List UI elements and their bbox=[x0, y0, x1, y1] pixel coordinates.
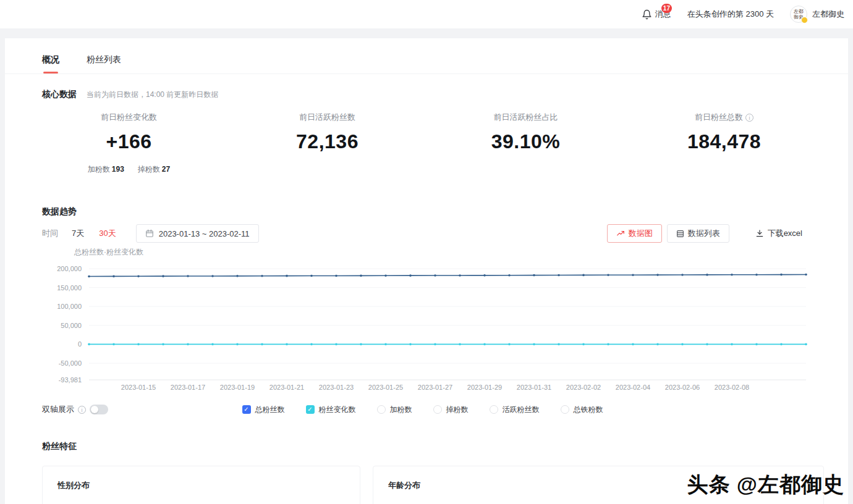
legend-item-0[interactable]: ✓总粉丝数 bbox=[242, 405, 285, 415]
core-data-note: 当前为前日数据，14:00 前更新昨日数据 bbox=[87, 90, 218, 100]
legend-item-2[interactable]: 加粉数 bbox=[377, 405, 412, 415]
trend-chart-svg: 200,000150,000100,00050,0000-50,000-93,9… bbox=[37, 258, 822, 393]
avatar: 左都御史 bbox=[790, 6, 807, 23]
svg-text:2023-02-08: 2023-02-08 bbox=[715, 384, 749, 391]
stat-active-ratio: 前日活跃粉丝占比 39.10% bbox=[426, 111, 625, 175]
time-label: 时间 bbox=[42, 228, 58, 239]
bell-icon bbox=[642, 9, 652, 20]
legend-item-label: 加粉数 bbox=[390, 405, 412, 415]
list-icon bbox=[676, 230, 684, 238]
data-chart-button[interactable]: 数据图 bbox=[607, 224, 662, 243]
stat-loss-value: 27 bbox=[162, 165, 170, 174]
svg-text:2023-01-21: 2023-01-21 bbox=[269, 384, 304, 391]
stat-active-ratio-label: 前日活跃粉丝占比 bbox=[494, 112, 558, 123]
legend-item-4[interactable]: 活跃粉丝数 bbox=[490, 405, 540, 415]
legend-item-label: 活跃粉丝数 bbox=[503, 405, 540, 415]
tabs-bar: 概况 粉丝列表 bbox=[5, 49, 848, 74]
data-chart-button-label: 数据图 bbox=[629, 228, 653, 239]
trend-chart[interactable]: 200,000150,000100,00050,0000-50,000-93,9… bbox=[37, 258, 822, 393]
svg-text:-50,000: -50,000 bbox=[59, 359, 82, 367]
unchecked-checkbox-icon[interactable] bbox=[490, 405, 498, 414]
svg-text:50,000: 50,000 bbox=[61, 322, 82, 329]
download-excel-label: 下载excel bbox=[768, 228, 802, 239]
svg-text:2023-01-27: 2023-01-27 bbox=[418, 384, 452, 391]
svg-text:150,000: 150,000 bbox=[57, 284, 82, 292]
calendar-icon bbox=[145, 229, 154, 238]
svg-text:2023-02-06: 2023-02-06 bbox=[665, 384, 700, 391]
checked-checkbox-icon[interactable]: ✓ bbox=[306, 405, 315, 414]
svg-text:2023-01-29: 2023-01-29 bbox=[467, 384, 502, 391]
stat-active-ratio-value: 39.10% bbox=[426, 130, 625, 153]
download-icon bbox=[755, 229, 764, 238]
data-list-button-label: 数据列表 bbox=[688, 228, 720, 239]
chart-legend: ✓总粉丝数✓粉丝变化数加粉数掉粉数活跃粉丝数总铁粉数 bbox=[108, 405, 737, 415]
svg-text:2023-01-23: 2023-01-23 bbox=[319, 384, 354, 391]
svg-text:2023-02-04: 2023-02-04 bbox=[616, 384, 650, 391]
line-chart-icon bbox=[616, 229, 625, 238]
legend-item-1[interactable]: ✓粉丝变化数 bbox=[306, 405, 356, 415]
trend-title: 数据趋势 bbox=[42, 206, 77, 217]
date-range-picker[interactable]: 2023-01-13 ~ 2023-02-11 bbox=[136, 224, 259, 243]
svg-text:2023-01-15: 2023-01-15 bbox=[121, 384, 156, 391]
legend-item-3[interactable]: 掉粉数 bbox=[433, 405, 469, 415]
svg-text:200,000: 200,000 bbox=[57, 265, 82, 272]
avatar-level-badge bbox=[801, 17, 808, 23]
stat-active-fans: 前日活跃粉丝数 72,136 bbox=[228, 111, 426, 175]
svg-text:2023-01-17: 2023-01-17 bbox=[171, 384, 205, 391]
stat-fan-change-label: 前日粉丝变化数 bbox=[101, 112, 157, 123]
info-icon[interactable]: i bbox=[745, 114, 753, 122]
legend-item-label: 掉粉数 bbox=[446, 405, 469, 415]
chart-legend-row: 双轴展示 i ✓总粉丝数✓粉丝变化数加粉数掉粉数活跃粉丝数总铁粉数 bbox=[42, 401, 811, 418]
tab-fans-list[interactable]: 粉丝列表 bbox=[87, 49, 121, 74]
trend-controls: 时间 7天 30天 2023-01-13 ~ 2023-02-11 数据图 数据… bbox=[42, 224, 811, 243]
messages-button[interactable]: 消息 17 bbox=[642, 9, 671, 20]
checked-checkbox-icon[interactable]: ✓ bbox=[242, 405, 251, 414]
svg-text:2023-01-19: 2023-01-19 bbox=[220, 384, 255, 391]
stat-gain-value: 193 bbox=[112, 165, 124, 174]
dual-axis-label: 双轴展示 bbox=[42, 404, 74, 415]
svg-text:2023-01-31: 2023-01-31 bbox=[517, 384, 551, 391]
creation-day-counter: 在头条创作的第 2300 天 bbox=[687, 9, 774, 20]
unchecked-checkbox-icon[interactable] bbox=[377, 405, 386, 414]
username: 左都御史 bbox=[812, 9, 844, 20]
chart-series-subtitle: 总粉丝数·粉丝变化数 bbox=[74, 247, 143, 258]
download-excel-button[interactable]: 下载excel bbox=[747, 224, 811, 243]
tab-overview[interactable]: 概况 bbox=[42, 49, 59, 74]
dual-axis-info-icon[interactable]: i bbox=[78, 406, 86, 414]
stat-loss-label: 掉粉数 bbox=[138, 165, 160, 174]
gender-distribution-title: 性别分布 bbox=[43, 466, 360, 491]
unchecked-checkbox-icon[interactable] bbox=[433, 405, 442, 414]
watermark: 头条 @左都御史 bbox=[687, 471, 844, 499]
user-menu[interactable]: 左都御史 左都御史 bbox=[790, 6, 844, 23]
top-bar: 消息 17 在头条创作的第 2300 天 左都御史 左都御史 bbox=[0, 0, 853, 28]
main-content-card: 概况 粉丝列表 核心数据 当前为前日数据，14:00 前更新昨日数据 前日粉丝变… bbox=[5, 38, 848, 504]
stat-total-fans-label: 前日粉丝总数 bbox=[695, 112, 743, 123]
stat-fan-change: 前日粉丝变化数 +166 加粉数193 掉粉数27 bbox=[30, 111, 228, 175]
stat-total-fans-value: 184,478 bbox=[625, 130, 823, 153]
messages-badge: 17 bbox=[661, 4, 672, 13]
data-list-button[interactable]: 数据列表 bbox=[667, 224, 729, 243]
svg-text:100,000: 100,000 bbox=[57, 303, 82, 310]
legend-item-label: 总铁粉数 bbox=[574, 405, 603, 415]
range-7d-button[interactable]: 7天 bbox=[72, 228, 84, 239]
svg-text:2023-02-02: 2023-02-02 bbox=[566, 384, 601, 391]
legend-item-label: 总粉丝数 bbox=[255, 405, 285, 415]
unchecked-checkbox-icon[interactable] bbox=[561, 405, 569, 414]
stat-fan-change-value: +166 bbox=[30, 130, 228, 153]
legend-item-label: 粉丝变化数 bbox=[319, 405, 356, 415]
dual-axis-toggle[interactable] bbox=[90, 405, 108, 414]
stat-gain-label: 加粉数 bbox=[88, 165, 110, 174]
legend-item-5[interactable]: 总铁粉数 bbox=[561, 405, 603, 415]
range-30d-button[interactable]: 30天 bbox=[99, 228, 116, 239]
svg-text:2023-01-25: 2023-01-25 bbox=[368, 384, 403, 391]
svg-text:-93,981: -93,981 bbox=[59, 376, 82, 384]
stat-total-fans: 前日粉丝总数 i 184,478 bbox=[625, 111, 823, 175]
stat-active-fans-label: 前日活跃粉丝数 bbox=[299, 112, 355, 123]
core-stats: 前日粉丝变化数 +166 加粉数193 掉粉数27 前日活跃粉丝数 72,136… bbox=[30, 111, 823, 175]
fans-profile-title: 粉丝特征 bbox=[42, 441, 77, 452]
svg-text:0: 0 bbox=[78, 340, 82, 348]
stat-active-fans-value: 72,136 bbox=[228, 130, 426, 153]
core-data-title: 核心数据 bbox=[42, 89, 77, 100]
gender-distribution-card: 性别分布 bbox=[42, 466, 360, 504]
date-range-value: 2023-01-13 ~ 2023-02-11 bbox=[159, 229, 250, 238]
